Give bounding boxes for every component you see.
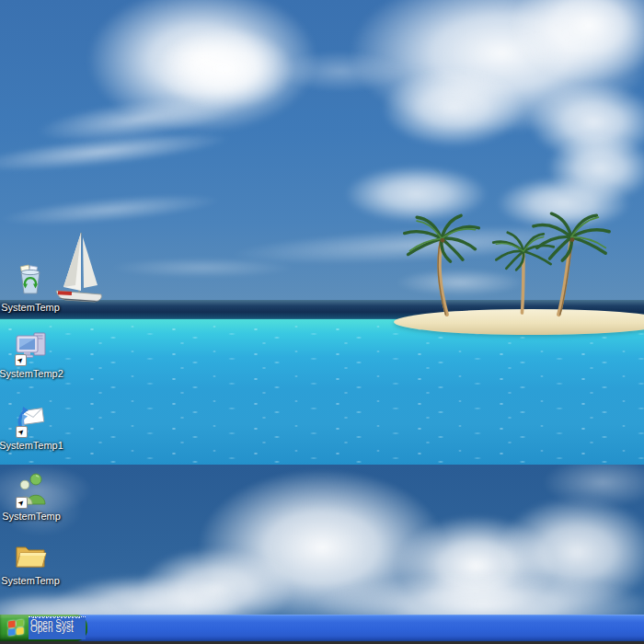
cloud [110, 258, 294, 278]
desktop-icon-folder[interactable]: SystemTemp [0, 541, 72, 587]
desktop-icon-msn-messenger[interactable]: ➤ SystemTemp [0, 471, 73, 523]
desktop-icon-my-computer[interactable]: ➤ SystemTemp2 [0, 330, 73, 380]
icon-label[interactable]: SystemTemp [0, 575, 72, 587]
folder-icon [14, 541, 47, 570]
start-button[interactable]: Open Syst Open Syst [0, 615, 87, 641]
windows-logo-icon [7, 619, 25, 637]
cloud [276, 51, 405, 92]
desktop-icon-outlook-express[interactable]: ➤ SystemTemp1 [0, 402, 73, 452]
taskbar[interactable]: Open Syst Open Syst [0, 615, 644, 644]
icon-label[interactable]: SystemTemp [0, 511, 73, 523]
shortcut-arrow-icon: ➤ [16, 497, 28, 509]
cloud [382, 69, 524, 147]
desktop-icon-recycle-bin[interactable]: SystemTemp [0, 264, 72, 314]
glitch-text-line: Open Syst [30, 624, 74, 634]
recycle-bin-icon [14, 264, 47, 297]
palm-tree-icon [397, 213, 486, 320]
shortcut-arrow-icon: ➤ [16, 426, 28, 438]
shortcut-arrow-icon: ➤ [15, 354, 27, 366]
icon-label[interactable]: SystemTemp [0, 302, 72, 314]
wallpaper-tile-1 [0, 0, 644, 465]
icon-label[interactable]: SystemTemp2 [0, 368, 73, 380]
palm-tree-icon [526, 210, 616, 322]
water-sparkle [0, 324, 644, 465]
icon-label[interactable]: SystemTemp1 [0, 440, 73, 452]
glitched-icon-label[interactable]: Open Syst Open Syst [29, 616, 86, 639]
desktop-screen: SystemTemp ➤ SystemTemp2 [0, 0, 644, 644]
